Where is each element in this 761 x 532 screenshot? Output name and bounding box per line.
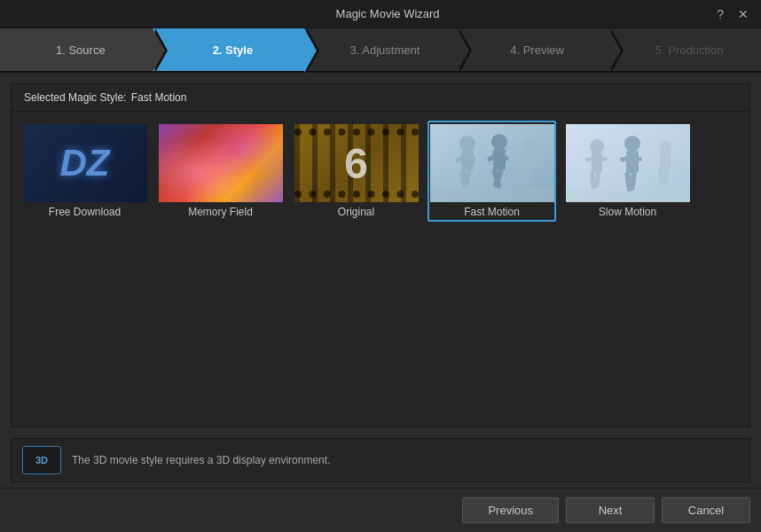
thumb-memory-field-label: Memory Field bbox=[188, 206, 253, 218]
step-source[interactable]: 1. Source bbox=[0, 28, 153, 71]
previous-button[interactable]: Previous bbox=[462, 497, 559, 523]
slow-motion-svg bbox=[566, 124, 690, 202]
thumb-free-download-img: DZ bbox=[23, 124, 147, 202]
info-text: The 3D movie style requires a 3D display… bbox=[72, 454, 330, 466]
svg-rect-33 bbox=[660, 153, 671, 170]
thumb-fast-motion[interactable]: Fast Motion bbox=[428, 121, 556, 222]
thumb-memory-field[interactable]: Memory Field bbox=[156, 121, 285, 222]
close-button[interactable]: ✕ bbox=[734, 5, 752, 23]
dz-logo: DZ bbox=[60, 142, 110, 184]
thumb-free-download[interactable]: DZ Free Download bbox=[20, 121, 149, 222]
thumb-slow-motion[interactable]: Slow Motion bbox=[563, 121, 692, 222]
selected-style-label: Selected Magic Style: bbox=[24, 91, 126, 104]
title-bar-controls: ? ✕ bbox=[713, 5, 752, 23]
thumb-fast-motion-img bbox=[430, 124, 554, 202]
selected-style-bar: Selected Magic Style: Fast Motion bbox=[12, 84, 749, 112]
svg-rect-27 bbox=[626, 151, 639, 173]
window-title: Magic Movie Wizard bbox=[62, 7, 713, 20]
step-preview[interactable]: 4. Preview bbox=[457, 28, 609, 71]
svg-point-32 bbox=[659, 141, 671, 153]
help-button[interactable]: ? bbox=[713, 5, 727, 23]
title-bar: Magic Movie Wizard ? ✕ bbox=[0, 0, 761, 28]
step-production: 5. Production bbox=[608, 28, 761, 71]
svg-rect-19 bbox=[566, 190, 690, 202]
svg-rect-21 bbox=[592, 153, 602, 172]
thumb-original-label: Original bbox=[338, 206, 374, 218]
step-style[interactable]: 2. Style bbox=[153, 28, 305, 71]
3d-icon: 3D bbox=[22, 446, 61, 474]
thumbnails-area[interactable]: DZ Free Download Memory Field 6 bbox=[12, 112, 749, 426]
footer: Previous Next Cancel bbox=[0, 488, 761, 532]
svg-rect-15 bbox=[524, 151, 535, 168]
thumb-memory-field-img bbox=[159, 124, 283, 202]
thumb-original[interactable]: 6 Original bbox=[292, 121, 420, 222]
selected-style-value: Fast Motion bbox=[131, 91, 187, 104]
svg-point-8 bbox=[491, 134, 507, 150]
svg-point-20 bbox=[590, 139, 604, 153]
svg-point-2 bbox=[459, 136, 475, 152]
cancel-button[interactable]: Cancel bbox=[662, 497, 750, 523]
thumb-slow-motion-label: Slow Motion bbox=[599, 206, 656, 218]
fast-motion-svg bbox=[430, 124, 554, 202]
info-bar: 3D The 3D movie style requires a 3D disp… bbox=[11, 438, 750, 482]
thumb-original-img: 6 bbox=[294, 124, 419, 202]
svg-point-26 bbox=[624, 136, 640, 152]
main-content: Selected Magic Style: Fast Motion DZ Fre… bbox=[0, 73, 761, 488]
svg-point-14 bbox=[523, 139, 536, 152]
step-adjustment[interactable]: 3. Adjustment bbox=[304, 28, 457, 71]
next-button[interactable]: Next bbox=[566, 497, 655, 523]
wizard-steps: 1. Source 2. Style 3. Adjustment 4. Prev… bbox=[0, 28, 761, 73]
thumb-free-download-label: Free Download bbox=[49, 206, 121, 218]
svg-rect-1 bbox=[430, 188, 554, 202]
thumb-slow-motion-img bbox=[566, 124, 690, 202]
style-panel: Selected Magic Style: Fast Motion DZ Fre… bbox=[11, 83, 750, 427]
thumb-fast-motion-label: Fast Motion bbox=[464, 206, 520, 218]
film-number: 6 bbox=[344, 139, 368, 188]
